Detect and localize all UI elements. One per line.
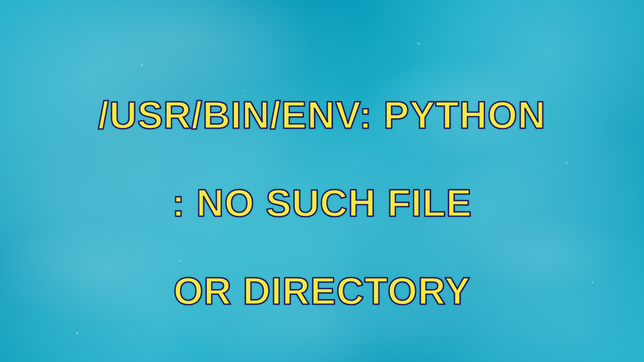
title-line-2: : NO SUCH FILE [172,182,472,224]
water-background: /USR/BIN/ENV: PYTHON : NO SUCH FILE OR D… [0,0,644,362]
title-line-3: OR DIRECTORY [174,269,471,312]
title-line-1: /USR/BIN/ENV: PYTHON [98,94,546,136]
title-container: /USR/BIN/ENV: PYTHON : NO SUCH FILE OR D… [58,49,586,313]
main-title: /USR/BIN/ENV: PYTHON : NO SUCH FILE OR D… [98,49,546,313]
